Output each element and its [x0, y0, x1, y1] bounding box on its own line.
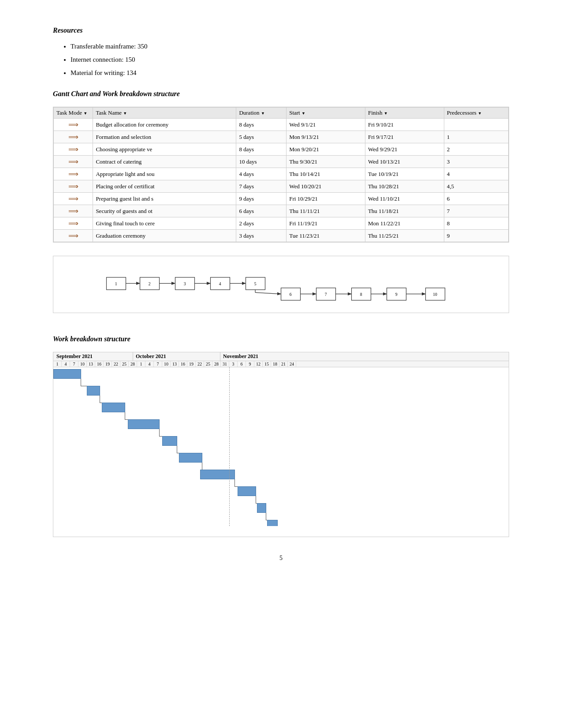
gantt-bar — [238, 486, 256, 496]
task-duration: 7 days — [236, 180, 287, 193]
resources-list: Transferable mainframe: 350 Internet con… — [71, 40, 509, 79]
gantt-connector-h — [81, 386, 87, 386]
gantt-day-label: 13 — [87, 361, 95, 367]
list-item: Material for writing: 134 — [71, 66, 509, 79]
gantt-day-label: 28 — [212, 361, 221, 367]
task-mode-icon: ⟹ — [54, 180, 93, 193]
gantt-bar — [267, 520, 278, 526]
svg-text:5: 5 — [254, 281, 257, 286]
task-name: Preparing guest list and s — [93, 193, 236, 205]
table-row: ⟹Graduation ceremony3 daysTue 11/23/21Th… — [54, 230, 509, 242]
th-taskmode[interactable]: Task Mode ▼ — [54, 108, 93, 119]
task-finish: Thu 10/28/21 — [365, 180, 444, 193]
gantt-day-label: 22 — [112, 361, 120, 367]
th-duration[interactable]: Duration ▼ — [236, 108, 287, 119]
task-name: Graduation ceremony — [93, 230, 236, 242]
task-duration: 8 days — [236, 119, 287, 131]
network-diagram: 1 2 3 4 5 6 7 8 9 10 — [53, 256, 509, 313]
gantt-connector — [100, 396, 100, 403]
task-predecessors — [444, 119, 508, 131]
task-start: Thu 10/14/21 — [287, 168, 365, 180]
gantt-table: Task Mode ▼ Task Name ▼ Duration ▼ Start… — [53, 107, 509, 242]
gantt-day-label: 16 — [179, 361, 187, 367]
gantt-day-label: 25 — [120, 361, 129, 367]
gantt-connector — [177, 446, 177, 453]
wbs-title: Work breakdown structure — [53, 335, 509, 343]
task-start: Thu 9/30/21 — [287, 156, 365, 168]
task-start: Thu 11/11/21 — [287, 205, 365, 217]
gantt-day-label: 13 — [171, 361, 179, 367]
task-predecessors: 9 — [444, 230, 508, 242]
task-duration: 10 days — [236, 156, 287, 168]
th-finish[interactable]: Finish ▼ — [365, 108, 444, 119]
gantt-day-label: 10 — [162, 361, 171, 367]
task-start: Fri 10/29/21 — [287, 193, 365, 205]
task-name: Formation and selection — [93, 131, 236, 143]
svg-text:3: 3 — [184, 281, 186, 286]
gantt-day-label: 7 — [154, 361, 162, 367]
gantt-bars-area — [53, 367, 509, 526]
task-finish: Wed 10/13/21 — [365, 156, 444, 168]
table-row: ⟹Contract of catering10 daysThu 9/30/21W… — [54, 156, 509, 168]
svg-text:10: 10 — [433, 292, 437, 297]
table-row: ⟹Placing order of certificat7 daysWed 10… — [54, 180, 509, 193]
table-row: ⟹Formation and selection5 daysMon 9/13/2… — [54, 131, 509, 143]
svg-text:1: 1 — [115, 281, 117, 286]
task-name: Security of guests and ot — [93, 205, 236, 217]
th-start[interactable]: Start ▼ — [287, 108, 365, 119]
task-name: Giving final touch to cere — [93, 217, 236, 230]
gantt-day-label: 1 — [53, 361, 62, 367]
gantt-day-label: 16 — [95, 361, 104, 367]
gantt-day-label: 24 — [288, 361, 296, 367]
gantt-day-label: 19 — [187, 361, 196, 367]
table-row: ⟹Choosing appropriate ve8 daysMon 9/20/2… — [54, 143, 509, 156]
table-row: ⟹Security of guests and ot6 daysThu 11/1… — [54, 205, 509, 217]
task-finish: Wed 9/29/21 — [365, 143, 444, 156]
task-duration: 9 days — [236, 193, 287, 205]
svg-text:4: 4 — [219, 281, 221, 286]
task-finish: Fri 9/17/21 — [365, 131, 444, 143]
resources-title: Resources — [53, 26, 509, 34]
task-finish: Wed 11/10/21 — [365, 193, 444, 205]
gantt-day-label: 25 — [204, 361, 212, 367]
table-row: ⟹Preparing guest list and s9 daysFri 10/… — [54, 193, 509, 205]
gantt-connector — [234, 479, 235, 486]
task-duration: 2 days — [236, 217, 287, 230]
gantt-connector — [256, 496, 256, 503]
gantt-bar — [162, 436, 177, 446]
resources-section: Resources Transferable mainframe: 350 In… — [53, 26, 509, 79]
task-start: Mon 9/20/21 — [287, 143, 365, 156]
gantt-connector — [125, 412, 125, 419]
page-number: 5 — [53, 555, 509, 562]
task-name: Choosing appropriate ve — [93, 143, 236, 156]
task-predecessors: 8 — [444, 217, 508, 230]
gantt-bar — [87, 386, 100, 396]
table-row: ⟹Budget allocation for ceremony8 daysWed… — [54, 119, 509, 131]
svg-text:2: 2 — [149, 281, 151, 286]
task-mode-icon: ⟹ — [54, 230, 93, 242]
table-row: ⟹Appropriate light and sou4 daysThu 10/1… — [54, 168, 509, 180]
th-predecessors[interactable]: Predecessors ▼ — [444, 108, 508, 119]
month-sep: September 2021 — [54, 352, 133, 361]
svg-line-25 — [255, 292, 280, 294]
gantt-day-label: 18 — [271, 361, 279, 367]
month-divider — [229, 367, 230, 526]
task-mode-icon: ⟹ — [54, 156, 93, 168]
task-duration: 6 days — [236, 205, 287, 217]
task-mode-icon: ⟹ — [54, 119, 93, 131]
task-finish: Thu 11/25/21 — [365, 230, 444, 242]
wbs-gantt-area: September 2021 October 2021 November 202… — [53, 352, 509, 537]
gantt-day-label: 4 — [62, 361, 70, 367]
month-oct: October 2021 — [133, 352, 220, 361]
gantt-day-label: 1 — [137, 361, 145, 367]
gantt-day-label: 19 — [104, 361, 112, 367]
gantt-section-title: Gantt Chart and Work breakdown structure — [53, 90, 509, 98]
gantt-day-label: 10 — [78, 361, 87, 367]
task-predecessors: 2 — [444, 143, 508, 156]
gantt-day-label: 21 — [279, 361, 288, 367]
th-taskname[interactable]: Task Name ▼ — [93, 108, 236, 119]
list-item: Transferable mainframe: 350 — [71, 40, 509, 53]
task-predecessors: 7 — [444, 205, 508, 217]
task-finish: Mon 11/22/21 — [365, 217, 444, 230]
svg-text:6: 6 — [290, 292, 292, 297]
